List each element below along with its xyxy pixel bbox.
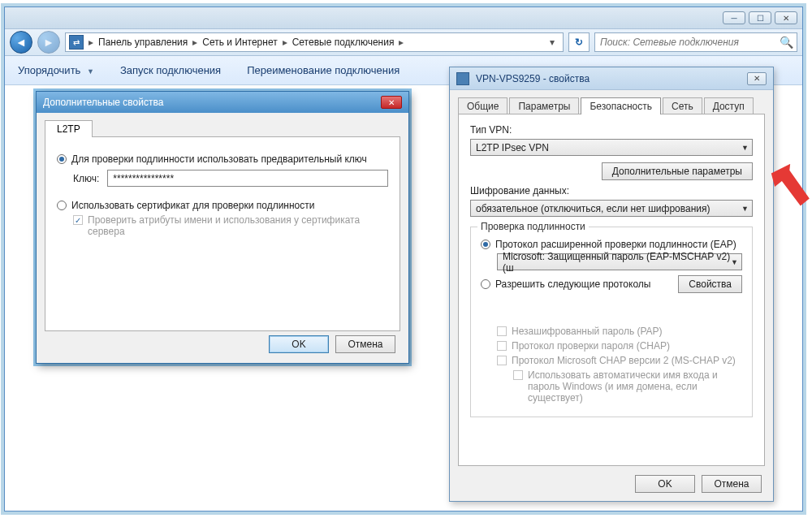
radio-dot-icon [481, 279, 490, 289]
certificate-label: Использовать сертификат для проверки под… [71, 200, 314, 211]
address-dropdown-icon[interactable]: ▾ [545, 37, 559, 48]
close-button[interactable]: ✕ [747, 72, 767, 85]
advanced-settings-button[interactable]: Дополнительные параметры [602, 162, 753, 180]
refresh-button[interactable]: ↻ [568, 32, 590, 52]
nav-back-button[interactable]: ◄ [10, 31, 32, 54]
radio-dot-icon [481, 240, 490, 249]
address-bar-row: ◄ ► ⇄ ▸ Панель управления ▸ Сеть и Интер… [5, 28, 802, 56]
breadcrumb-item[interactable]: Сетевые подключения [292, 37, 395, 48]
checkbox-icon [497, 341, 507, 351]
radio-dot-icon [57, 201, 67, 210]
encryption-select[interactable]: обязательное (отключиться, если нет шифр… [470, 200, 753, 217]
verify-cert-label: Проверить атрибуты имени и использования… [88, 214, 388, 237]
preshared-key-label: Для проверки подлинности использовать пр… [71, 153, 367, 165]
encryption-value: обязательное (отключиться, если нет шифр… [476, 203, 710, 214]
vpn-type-value: L2TP IPsec VPN [476, 142, 549, 153]
key-value: **************** [113, 173, 174, 184]
encryption-label: Шифрование данных: [470, 185, 753, 196]
tab-network[interactable]: Сеть [663, 97, 702, 114]
search-input[interactable] [598, 36, 776, 49]
close-button[interactable]: ✕ [775, 11, 797, 24]
dialog-title: Дополнительные свойства [43, 97, 163, 108]
window-titlebar: ─ ☐ ✕ [5, 7, 802, 28]
auto-credentials-label: Использовать автоматически имя входа и п… [528, 369, 742, 404]
chap-label: Протокол проверки пароля (CHAP) [512, 340, 670, 352]
pap-label: Незашифрованный пароль (PAP) [512, 326, 663, 337]
dialog-titlebar: Дополнительные свойства ✕ [37, 92, 408, 113]
eap-method-value: Microsoft: Защищенный пароль (EAP-MSCHAP… [503, 251, 736, 274]
checkbox-icon [513, 370, 523, 380]
chevron-down-icon: ▼ [87, 67, 94, 76]
eap-properties-button[interactable]: Свойства [678, 275, 742, 293]
breadcrumb-separator: ▸ [191, 37, 199, 48]
search-box[interactable]: 🔍 [594, 32, 797, 52]
tab-general[interactable]: Общие [458, 97, 508, 114]
tab-security[interactable]: Безопасность [581, 97, 661, 114]
chevron-down-icon: ▼ [741, 205, 749, 213]
breadcrumb-separator: ▸ [87, 37, 95, 48]
rename-connection-button[interactable]: Переименование подключения [247, 64, 400, 76]
vpn-type-label: Тип VPN: [470, 124, 753, 136]
tab-access[interactable]: Доступ [704, 97, 754, 114]
mschap-checkbox: Протокол Microsoft CHAP версии 2 (MS-CHA… [497, 355, 742, 366]
organize-menu[interactable]: Упорядочить ▼ [18, 64, 94, 76]
close-button[interactable]: ✕ [381, 96, 402, 109]
tab-strip: Общие Параметры Безопасность Сеть Доступ [450, 90, 773, 114]
key-label: Ключ: [73, 173, 99, 184]
l2tp-tab-page: Для проверки подлинности использовать пр… [45, 136, 400, 331]
allow-protocols-radio[interactable]: Разрешить следующие протоколы [481, 278, 678, 290]
eap-method-select[interactable]: Microsoft: Защищенный пароль (EAP-MSCHAP… [497, 253, 742, 270]
checkbox-icon [497, 326, 507, 336]
breadcrumb-separator: ▸ [397, 37, 405, 48]
nav-forward-button[interactable]: ► [37, 31, 60, 54]
cancel-button[interactable]: Отмена [335, 335, 395, 353]
dialog-titlebar: VPN-VPS9259 - свойства ✕ [450, 67, 773, 90]
checkbox-icon [73, 215, 83, 225]
dialog-button-row: OK Отмена [269, 335, 395, 353]
chevron-down-icon: ▼ [731, 258, 738, 266]
start-connection-button[interactable]: Запуск подключения [120, 64, 221, 76]
certificate-radio[interactable]: Использовать сертификат для проверки под… [57, 200, 388, 211]
network-icon: ⇄ [69, 35, 84, 50]
connection-properties-dialog: VPN-VPS9259 - свойства ✕ Общие Параметры… [449, 67, 774, 502]
verify-cert-checkbox: Проверить атрибуты имени и использования… [73, 214, 388, 237]
allow-protocols-label: Разрешить следующие протоколы [495, 278, 650, 290]
minimize-button[interactable]: ─ [723, 11, 745, 24]
mschap-label: Протокол Microsoft CHAP версии 2 (MS-CHA… [512, 355, 736, 366]
breadcrumb-item[interactable]: Сеть и Интернет [202, 37, 277, 48]
dialog-title: VPN-VPS9259 - свойства [476, 73, 590, 84]
tab-l2tp[interactable]: L2TP [45, 120, 93, 137]
chevron-down-icon: ▼ [741, 144, 749, 152]
eap-radio[interactable]: Протокол расширенной проверки подлинност… [481, 239, 742, 250]
cancel-button[interactable]: Отмена [702, 475, 762, 493]
chap-checkbox: Протокол проверки пароля (CHAP) [497, 340, 742, 352]
search-icon: 🔍 [776, 36, 793, 49]
dialog-button-row: OK Отмена [635, 475, 762, 493]
address-bar[interactable]: ⇄ ▸ Панель управления ▸ Сеть и Интернет … [65, 32, 564, 52]
ok-button[interactable]: OK [635, 475, 695, 493]
authentication-group: Проверка подлинности Протокол расширенно… [470, 227, 753, 417]
preshared-key-radio[interactable]: Для проверки подлинности использовать пр… [57, 153, 388, 165]
key-input[interactable]: **************** [107, 170, 388, 187]
network-icon [456, 72, 469, 85]
maximize-button[interactable]: ☐ [749, 11, 771, 24]
breadcrumb-separator: ▸ [281, 37, 289, 48]
checkbox-icon [497, 356, 507, 365]
security-tab-page: Тип VPN: L2TP IPsec VPN ▼ Дополнительные… [458, 114, 765, 466]
breadcrumb-item[interactable]: Панель управления [98, 37, 188, 48]
organize-label: Упорядочить [18, 64, 80, 76]
tab-options[interactable]: Параметры [509, 97, 579, 114]
eap-radio-label: Протокол расширенной проверки подлинност… [495, 239, 736, 250]
authentication-legend: Проверка подлинности [477, 221, 589, 232]
radio-dot-icon [57, 154, 67, 164]
vpn-type-select[interactable]: L2TP IPsec VPN ▼ [470, 139, 753, 156]
advanced-properties-dialog: Дополнительные свойства ✕ L2TP Для прове… [36, 91, 409, 364]
ok-button[interactable]: OK [269, 335, 329, 353]
auto-credentials-checkbox: Использовать автоматически имя входа и п… [513, 369, 742, 404]
pap-checkbox: Незашифрованный пароль (PAP) [497, 326, 742, 337]
